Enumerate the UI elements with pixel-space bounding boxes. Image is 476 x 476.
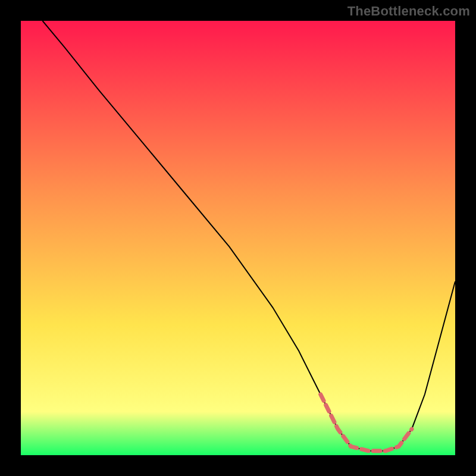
plot-area — [21, 21, 455, 455]
gradient-background — [21, 21, 455, 455]
watermark-label: TheBottleneck.com — [347, 4, 470, 19]
chart-container: TheBottleneck.com — [0, 0, 476, 476]
bottleneck-plot — [21, 21, 455, 455]
